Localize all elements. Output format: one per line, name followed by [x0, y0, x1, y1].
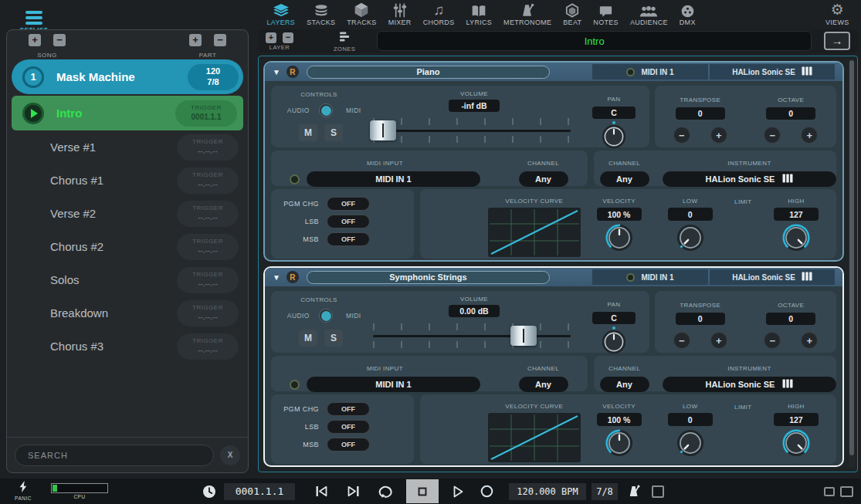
window-layout-large-icon[interactable] — [840, 486, 853, 497]
add-part-button[interactable]: + — [189, 34, 202, 46]
volume-value[interactable]: 0.00 dB — [449, 305, 500, 317]
velocity-value[interactable]: 100 % — [597, 208, 642, 221]
metronome-click-button[interactable] — [627, 485, 641, 498]
record-button[interactable] — [480, 485, 493, 498]
part-item[interactable]: Chorus #3 TRIGGER--.--.-- — [7, 330, 248, 363]
octave-minus-button[interactable]: − — [764, 332, 781, 349]
add-layer-button[interactable]: + — [266, 32, 276, 43]
stop-button[interactable] — [406, 479, 439, 503]
audio-midi-toggle[interactable] — [319, 103, 334, 117]
lsb-value[interactable]: OFF — [327, 215, 370, 228]
mute-button[interactable]: M — [299, 124, 317, 141]
msb-value[interactable]: OFF — [327, 438, 370, 452]
octave-plus-button[interactable]: + — [801, 127, 818, 144]
volume-fader-handle[interactable] — [370, 120, 396, 140]
tab-dmx[interactable]: DMX — [673, 2, 701, 26]
pan-knob[interactable] — [602, 124, 626, 149]
volume-slider[interactable] — [373, 323, 571, 348]
part-item[interactable]: Solos TRIGGER--.--.-- — [7, 263, 248, 296]
out-channel-select[interactable]: Any — [600, 171, 649, 187]
midi-in-selector[interactable]: MIDI IN 1 — [592, 269, 708, 285]
pan-knob[interactable] — [602, 330, 626, 354]
position-display[interactable]: 0001.1.1 — [224, 483, 295, 500]
add-song-button[interactable]: + — [29, 34, 41, 46]
tab-beat[interactable]: BEAT — [558, 2, 588, 26]
part-item[interactable]: Chorus #2 TRIGGER--.--.-- — [7, 230, 248, 263]
clear-search-button[interactable]: X — [220, 445, 240, 465]
solo-button[interactable]: S — [324, 124, 343, 141]
record-arm-button[interactable]: R — [286, 271, 299, 283]
pan-value[interactable]: C — [592, 312, 636, 324]
search-input[interactable] — [15, 445, 214, 466]
low-limit-value[interactable]: 0 — [668, 413, 713, 426]
octave-plus-button[interactable]: + — [801, 332, 818, 349]
instrument-select[interactable]: HALion Sonic SE — [663, 377, 836, 392]
tab-metronome[interactable]: METRONOME — [498, 2, 558, 26]
low-limit-value[interactable]: 0 — [668, 208, 713, 221]
pgm-chg-value[interactable]: OFF — [327, 197, 370, 211]
tab-audience[interactable]: AUDIENCE — [624, 2, 673, 26]
velocity-curve-display[interactable] — [488, 413, 581, 462]
part-item[interactable]: Verse #2 TRIGGER--.--.-- — [7, 197, 248, 230]
scrollbar-thumb[interactable] — [849, 60, 854, 455]
instrument-selector[interactable]: HALion Sonic SE — [710, 64, 835, 79]
midi-input-select[interactable]: MIDI IN 1 — [307, 377, 480, 392]
record-arm-button[interactable]: R — [286, 66, 299, 78]
transpose-plus-button[interactable]: + — [710, 127, 727, 144]
remove-song-button[interactable]: − — [53, 34, 66, 46]
zones-button[interactable]: ZONES — [334, 31, 355, 52]
part-item[interactable]: Breakdown TRIGGER--.--.-- — [7, 296, 248, 330]
transpose-value[interactable]: 0 — [676, 107, 725, 120]
layer-name[interactable]: Symphonic Strings — [307, 271, 550, 284]
remove-part-button[interactable]: − — [214, 34, 226, 46]
remove-layer-button[interactable]: − — [283, 32, 293, 43]
volume-slider[interactable] — [373, 118, 571, 143]
msb-value[interactable]: OFF — [327, 232, 370, 246]
volume-value[interactable]: -inf dB — [449, 100, 500, 112]
low-limit-knob[interactable] — [676, 224, 704, 252]
transpose-minus-button[interactable]: − — [673, 332, 690, 349]
tempo-display[interactable]: 120.000 BPM — [509, 483, 586, 500]
skip-to-end-button[interactable] — [347, 485, 360, 497]
instrument-selector[interactable]: HALion Sonic SE — [710, 269, 835, 285]
part-item-active[interactable]: Intro TRIGGER 0001.1.1 — [12, 96, 243, 130]
solo-button[interactable]: S — [324, 330, 343, 347]
mute-button[interactable]: M — [299, 330, 317, 347]
tab-chords[interactable]: ♫ CHORDS — [417, 2, 460, 26]
midi-in-selector[interactable]: MIDI IN 1 — [592, 64, 708, 79]
play-part-icon[interactable] — [22, 103, 44, 124]
tab-tracks[interactable]: TRACKS — [341, 2, 382, 26]
high-limit-value[interactable]: 127 — [774, 413, 819, 426]
panic-button[interactable]: PANIC — [8, 481, 39, 502]
input-channel-select[interactable]: Any — [519, 377, 568, 392]
lsb-value[interactable]: OFF — [327, 420, 370, 434]
current-part-display[interactable]: Intro — [377, 31, 812, 51]
octave-value[interactable]: 0 — [766, 107, 815, 120]
song-tempo-badge[interactable]: 120 7/8 — [188, 64, 239, 90]
time-signature-display[interactable]: 7/8 — [592, 483, 618, 500]
velocity-curve-display[interactable] — [488, 208, 581, 257]
high-limit-knob[interactable] — [782, 224, 810, 252]
octave-value[interactable]: 0 — [766, 313, 815, 325]
high-limit-knob[interactable] — [782, 429, 810, 457]
window-layout-small-icon[interactable] — [824, 487, 835, 496]
tab-stacks[interactable]: STACKS — [301, 2, 341, 26]
velocity-knob[interactable] — [605, 429, 633, 457]
low-limit-knob[interactable] — [676, 429, 704, 457]
midi-input-select[interactable]: MIDI IN 1 — [307, 171, 480, 187]
part-item[interactable]: Chorus #1 TRIGGER--.--.-- — [7, 164, 248, 197]
skip-to-start-button[interactable] — [315, 485, 327, 497]
vertical-scrollbar[interactable] — [849, 60, 855, 468]
velocity-knob[interactable] — [605, 224, 633, 252]
next-part-button[interactable]: → — [824, 32, 850, 50]
cycle-loop-button[interactable] — [378, 485, 394, 498]
transpose-minus-button[interactable]: − — [673, 127, 690, 144]
audio-midi-toggle[interactable] — [319, 309, 334, 323]
play-button[interactable] — [453, 485, 463, 498]
octave-minus-button[interactable]: − — [764, 127, 781, 144]
collapse-icon[interactable]: ▼ — [273, 68, 280, 76]
pan-value[interactable]: C — [592, 107, 636, 119]
tab-lyrics[interactable]: LYRICS — [460, 2, 498, 26]
metronome-enable-checkbox[interactable] — [652, 485, 664, 498]
tab-views[interactable]: ⚙ VIEWS — [819, 2, 855, 26]
